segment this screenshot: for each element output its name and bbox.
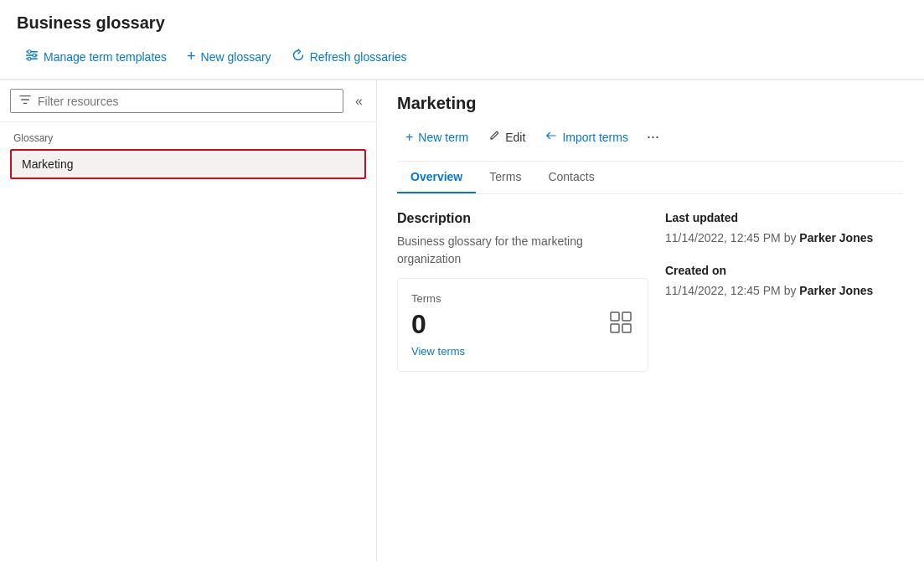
main-layout: « Glossary Marketing Marketing + New ter… (0, 80, 924, 561)
svg-rect-7 (622, 312, 631, 321)
tab-contacts[interactable]: Contacts (534, 162, 607, 193)
refresh-glossaries-button[interactable]: Refresh glossaries (283, 44, 416, 70)
left-column: Description Business glossary for the ma… (397, 211, 648, 372)
svg-point-4 (33, 54, 36, 57)
page-title: Business glossary (17, 13, 907, 33)
tabs: Overview Terms Contacts (397, 162, 904, 194)
created-on-section: Created on 11/14/2022, 12:45 PM by Parke… (665, 264, 904, 300)
last-updated-value: 11/14/2022, 12:45 PM by Parker Jones (665, 229, 904, 247)
sidebar-item-marketing[interactable]: Marketing (10, 149, 366, 179)
import-terms-label: Import terms (562, 131, 628, 144)
new-glossary-icon: + (187, 48, 196, 65)
more-icon: ··· (647, 128, 659, 146)
page-header: Business glossary Manage term templates … (0, 0, 924, 80)
grid-icon (607, 309, 634, 342)
detail-toolbar: + New term Edit Import terms (397, 123, 904, 162)
new-glossary-button[interactable]: + New glossary (178, 43, 280, 70)
collapse-sidebar-button[interactable]: « (352, 90, 366, 112)
filter-input[interactable] (38, 95, 334, 108)
tab-terms[interactable]: Terms (476, 162, 534, 193)
description-title: Description (397, 211, 648, 226)
svg-point-5 (28, 57, 31, 60)
main-toolbar: Manage term templates + New glossary Ref… (17, 43, 907, 70)
new-glossary-label: New glossary (201, 50, 271, 64)
svg-point-3 (28, 49, 31, 53)
filter-bar: « (0, 80, 376, 122)
more-actions-button[interactable]: ··· (640, 123, 666, 151)
svg-rect-8 (611, 324, 619, 332)
detail-panel: Marketing + New term Edit (377, 80, 924, 561)
terms-card-label: Terms (411, 292, 465, 305)
last-updated-title: Last updated (665, 211, 904, 224)
terms-card: Terms 0 View terms (397, 278, 648, 372)
right-column: Last updated 11/14/2022, 12:45 PM by Par… (665, 211, 904, 372)
manage-templates-icon (25, 49, 39, 65)
manage-templates-button[interactable]: Manage term templates (17, 44, 175, 70)
refresh-icon (292, 49, 305, 65)
manage-templates-label: Manage term templates (44, 50, 167, 64)
created-on-title: Created on (665, 264, 904, 277)
new-term-label: New term (418, 131, 468, 144)
import-icon (545, 130, 557, 144)
import-terms-button[interactable]: Import terms (537, 125, 637, 149)
last-updated-section: Last updated 11/14/2022, 12:45 PM by Par… (665, 211, 904, 247)
description-text: Business glossary for the marketing orga… (397, 233, 648, 268)
edit-label: Edit (505, 131, 525, 144)
filter-icon (19, 94, 31, 108)
overview-content: Description Business glossary for the ma… (397, 211, 904, 372)
detail-title: Marketing (397, 94, 904, 113)
tab-overview[interactable]: Overview (397, 162, 476, 193)
refresh-glossaries-label: Refresh glossaries (310, 50, 407, 64)
sidebar: « Glossary Marketing (0, 80, 377, 561)
glossary-section-label: Glossary (10, 132, 366, 144)
edit-button[interactable]: Edit (480, 125, 534, 149)
sidebar-content: Glossary Marketing (0, 122, 376, 189)
new-term-button[interactable]: + New term (397, 125, 477, 150)
created-on-value: 11/14/2022, 12:45 PM by Parker Jones (665, 282, 904, 300)
filter-input-wrapper[interactable] (10, 89, 343, 113)
edit-icon (488, 130, 500, 144)
view-terms-link[interactable]: View terms (411, 345, 465, 358)
svg-rect-6 (611, 312, 619, 321)
svg-rect-9 (622, 324, 631, 332)
chevron-left-icon: « (355, 94, 363, 108)
new-term-icon: + (405, 130, 413, 145)
terms-card-count: 0 (411, 308, 465, 340)
